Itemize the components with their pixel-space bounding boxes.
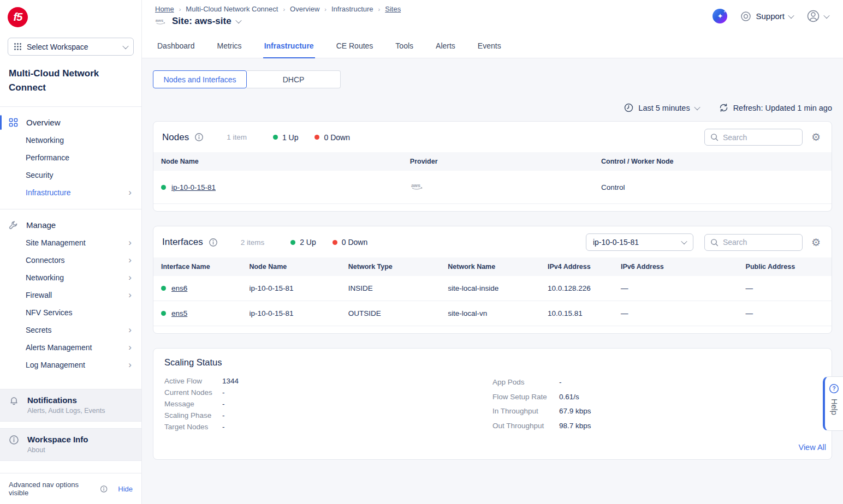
interface-name-link[interactable]: ens6 [171,284,187,292]
breadcrumb-separator: › [179,6,181,13]
page-title: Site: aws-site [172,16,231,27]
table-row: ens6 ip-10-0-15-81 INSIDE site-local-ins… [153,276,832,301]
sidebar-item-site-management[interactable]: Site Management› [0,234,141,251]
interfaces-count: 2 items [241,238,265,247]
breadcrumb-sites[interactable]: Sites [385,5,401,13]
tab-dashboard[interactable]: Dashboard [156,36,196,58]
view-all-link[interactable]: View All [153,433,832,459]
info-icon[interactable] [209,238,218,247]
nav-item-label: Log Management [26,361,85,369]
info-icon[interactable] [194,133,204,142]
node-role: Control [593,171,832,204]
scaling-value: - [222,387,492,398]
breadcrumb-overview[interactable]: Overview [290,5,319,13]
nodes-settings-gear-icon[interactable]: ⚙ [811,132,821,142]
sidebar-item-infrastructure[interactable]: Infrastructure› [0,184,141,201]
workspace-selector[interactable]: Select Workspace [8,38,134,56]
svg-text:aws: aws [156,18,163,23]
interface-node-filter[interactable]: ip-10-0-15-81 [586,233,693,251]
chevron-right-icon: › [128,327,132,333]
scaling-label: Active Flow [164,375,222,387]
tab-infrastructure[interactable]: Infrastructure [263,36,315,58]
column-header-public-address: Public Address [738,257,832,276]
refresh-button[interactable]: Refresh: Updated 1 min ago [719,103,832,112]
tab-metrics[interactable]: Metrics [216,36,243,58]
support-label: Support [756,11,785,21]
node-status-dot [161,185,166,190]
scaling-label: App Pods [492,375,559,390]
tab-tools[interactable]: Tools [394,36,414,58]
breadcrumb-separator: › [378,6,381,13]
interfaces-search-input[interactable] [723,238,797,247]
interface-node-filter-value: ip-10-0-15-81 [593,238,639,247]
overview-nav-section: Overview Networking Performance Security… [0,107,141,209]
clock-icon [624,103,633,112]
column-header-node-name: Node Name [241,257,340,276]
aws-provider-icon: aws [410,182,424,191]
sidebar-footer: Advanced nav options visible Hide [0,473,141,504]
workspace-info-label: Workspace Info [27,435,88,444]
node-name-link[interactable]: ip-10-0-15-81 [171,183,216,191]
support-menu[interactable]: Support [740,11,793,22]
interface-ipv4: 10.0.128.226 [540,276,613,301]
notifications-block[interactable]: Notifications Alerts, Audit Logs, Events [0,389,141,422]
account-menu[interactable] [806,9,829,23]
nav-item-label: Infrastructure [26,188,70,197]
nodes-search-input[interactable] [723,133,797,142]
help-tab[interactable]: ? Help [823,376,843,431]
breadcrumb-home[interactable]: Home [155,5,174,13]
nav-item-label: Networking [26,136,64,145]
interfaces-table: Interface Name Node Name Network Type Ne… [153,257,832,326]
nav-item-label: Security [26,171,54,179]
sidebar-item-manage-networking[interactable]: Networking› [0,269,141,286]
header-actions: ✦+ Support [713,9,829,23]
tab-ce-routes[interactable]: CE Routes [335,36,375,58]
interface-ipv6: — [613,301,738,326]
subtab-nodes-and-interfaces[interactable]: Nodes and Interfaces [153,70,247,88]
info-icon [9,435,19,445]
scaling-label: Flow Setup Rate [492,390,559,405]
sidebar-item-performance[interactable]: Performance [0,149,141,166]
breadcrumb-mcn[interactable]: Multi-Cloud Network Connect [186,5,278,13]
interface-name-link[interactable]: ens5 [171,309,187,317]
chevron-right-icon: › [128,190,132,195]
sidebar-item-secrets[interactable]: Secrets› [0,321,141,339]
sidebar-item-security[interactable]: Security [0,166,141,184]
sidebar-item-networking[interactable]: Networking [0,131,141,149]
tab-alerts[interactable]: Alerts [435,36,456,58]
scaling-label: Message [164,398,222,410]
sidebar-item-log-management[interactable]: Log Management› [0,356,141,374]
scaling-value: - [222,421,492,433]
subtab-dhcp[interactable]: DHCP [247,70,341,88]
nodes-table: Node Name Provider Control / Worker Node… [153,152,832,204]
bell-icon [9,395,19,406]
main-area: Home › Multi-Cloud Network Connect › Ove… [142,0,843,504]
sidebar-item-nfv-services[interactable]: NFV Services [0,304,141,321]
scaling-status-title: Scaling Status [153,349,832,368]
sidebar-item-manage[interactable]: Manage [0,216,141,234]
ai-assistant-button[interactable]: ✦+ [713,9,727,23]
interfaces-settings-gear-icon[interactable]: ⚙ [811,237,821,248]
f5-logo: f5 [8,7,28,27]
sidebar-item-overview[interactable]: Overview [0,113,141,131]
scaling-value: 0.61/s [559,390,821,405]
refresh-icon [719,103,728,112]
workspace-info-block[interactable]: Workspace Info About [0,428,141,461]
breadcrumb-infrastructure[interactable]: Infrastructure [331,5,373,13]
sidebar-item-alerts-management[interactable]: Alerts Management› [0,339,141,356]
hide-advanced-nav-link[interactable]: Hide [118,485,133,493]
time-toolbar: Last 5 minutes Refresh: Updated 1 min ag… [153,103,832,112]
sidebar-item-connectors[interactable]: Connectors› [0,251,141,269]
sidebar-item-firewall[interactable]: Firewall› [0,286,141,304]
overview-grid-icon [9,118,18,127]
tab-events[interactable]: Events [477,36,502,58]
scaling-value: - [559,375,821,390]
manage-nav-section: Manage Site Management› Connectors› Netw… [0,209,141,381]
down-status-dot [314,135,319,140]
time-range-selector[interactable]: Last 5 minutes [624,103,699,112]
search-icon [710,238,719,247]
scaling-value: 1344 [222,375,492,387]
site-tabbar: Dashboard Metrics Infrastructure CE Rout… [142,36,843,58]
chevron-right-icon: › [128,275,132,280]
interfaces-card: Interfaces 2 items 2 Up 0 Down ip-10-0-1… [153,226,832,334]
